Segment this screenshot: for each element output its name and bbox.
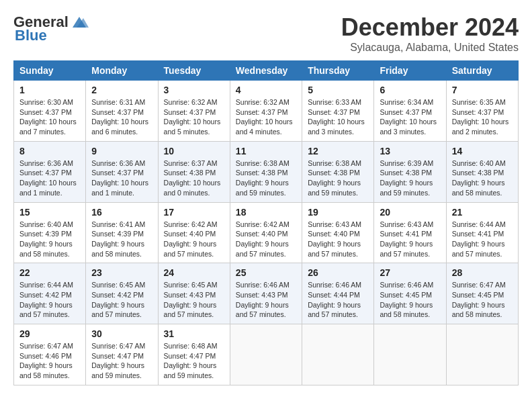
calendar-cell bbox=[230, 324, 302, 385]
day-number: 30 bbox=[91, 328, 152, 339]
day-number: 12 bbox=[308, 146, 368, 156]
day-detail: Sunrise: 6:44 AMSunset: 4:42 PMDaylight:… bbox=[19, 280, 80, 320]
calendar-cell: 26Sunrise: 6:46 AMSunset: 4:44 PMDayligh… bbox=[302, 263, 374, 324]
calendar-cell: 15Sunrise: 6:40 AMSunset: 4:39 PMDayligh… bbox=[14, 202, 86, 263]
day-number: 18 bbox=[236, 207, 296, 218]
calendar-cell: 19Sunrise: 6:43 AMSunset: 4:40 PMDayligh… bbox=[302, 202, 374, 263]
day-number: 6 bbox=[380, 85, 440, 95]
calendar-cell: 27Sunrise: 6:46 AMSunset: 4:45 PMDayligh… bbox=[374, 263, 446, 324]
day-number: 29 bbox=[19, 328, 80, 339]
day-detail: Sunrise: 6:43 AMSunset: 4:40 PMDaylight:… bbox=[308, 220, 368, 259]
calendar-cell bbox=[374, 324, 446, 385]
day-detail: Sunrise: 6:47 AMSunset: 4:45 PMDaylight:… bbox=[452, 280, 513, 320]
day-detail: Sunrise: 6:47 AMSunset: 4:46 PMDaylight:… bbox=[19, 341, 80, 381]
calendar-cell: 20Sunrise: 6:43 AMSunset: 4:41 PMDayligh… bbox=[374, 202, 446, 263]
day-detail: Sunrise: 6:45 AMSunset: 4:42 PMDaylight:… bbox=[91, 280, 152, 320]
day-detail: Sunrise: 6:42 AMSunset: 4:40 PMDaylight:… bbox=[164, 220, 224, 259]
day-detail: Sunrise: 6:37 AMSunset: 4:38 PMDaylight:… bbox=[164, 158, 224, 198]
page-header: General Blue December 2024 Sylacauga, Al… bbox=[13, 13, 519, 54]
weekday-header-tuesday: Tuesday bbox=[158, 61, 230, 81]
calendar-cell: 7Sunrise: 6:35 AMSunset: 4:37 PMDaylight… bbox=[446, 81, 518, 142]
calendar-cell: 30Sunrise: 6:47 AMSunset: 4:47 PMDayligh… bbox=[86, 324, 158, 385]
calendar-cell: 8Sunrise: 6:36 AMSunset: 4:37 PMDaylight… bbox=[14, 141, 86, 202]
month-title: December 2024 bbox=[341, 13, 519, 42]
day-detail: Sunrise: 6:46 AMSunset: 4:45 PMDaylight:… bbox=[380, 280, 440, 320]
day-number: 28 bbox=[452, 267, 513, 278]
calendar-cell: 11Sunrise: 6:38 AMSunset: 4:38 PMDayligh… bbox=[230, 141, 302, 202]
day-number: 24 bbox=[164, 267, 224, 278]
day-number: 11 bbox=[236, 146, 296, 156]
weekday-header-friday: Friday bbox=[374, 61, 446, 81]
calendar-week-row: 29Sunrise: 6:47 AMSunset: 4:46 PMDayligh… bbox=[14, 324, 519, 385]
calendar-cell: 23Sunrise: 6:45 AMSunset: 4:42 PMDayligh… bbox=[86, 263, 158, 324]
day-detail: Sunrise: 6:31 AMSunset: 4:37 PMDaylight:… bbox=[91, 97, 152, 137]
day-number: 26 bbox=[308, 267, 368, 278]
calendar-cell: 12Sunrise: 6:38 AMSunset: 4:38 PMDayligh… bbox=[302, 141, 374, 202]
day-detail: Sunrise: 6:46 AMSunset: 4:44 PMDaylight:… bbox=[308, 280, 368, 320]
day-number: 7 bbox=[452, 85, 513, 95]
calendar-cell: 22Sunrise: 6:44 AMSunset: 4:42 PMDayligh… bbox=[14, 263, 86, 324]
weekday-header-sunday: Sunday bbox=[14, 61, 86, 81]
calendar-cell: 6Sunrise: 6:34 AMSunset: 4:37 PMDaylight… bbox=[374, 81, 446, 142]
calendar-cell: 10Sunrise: 6:37 AMSunset: 4:38 PMDayligh… bbox=[158, 141, 230, 202]
day-detail: Sunrise: 6:36 AMSunset: 4:37 PMDaylight:… bbox=[19, 158, 80, 198]
weekday-header-saturday: Saturday bbox=[446, 61, 518, 81]
calendar-cell: 17Sunrise: 6:42 AMSunset: 4:40 PMDayligh… bbox=[158, 202, 230, 263]
calendar-cell: 9Sunrise: 6:36 AMSunset: 4:37 PMDaylight… bbox=[86, 141, 158, 202]
logo-blue: Blue bbox=[15, 27, 47, 44]
calendar-cell: 18Sunrise: 6:42 AMSunset: 4:40 PMDayligh… bbox=[230, 202, 302, 263]
day-number: 8 bbox=[19, 146, 80, 156]
day-detail: Sunrise: 6:41 AMSunset: 4:39 PMDaylight:… bbox=[91, 220, 152, 259]
day-number: 3 bbox=[164, 85, 224, 95]
calendar-cell: 31Sunrise: 6:48 AMSunset: 4:47 PMDayligh… bbox=[158, 324, 230, 385]
day-number: 31 bbox=[164, 328, 224, 339]
day-number: 4 bbox=[236, 85, 296, 95]
day-detail: Sunrise: 6:48 AMSunset: 4:47 PMDaylight:… bbox=[164, 341, 224, 381]
day-detail: Sunrise: 6:30 AMSunset: 4:37 PMDaylight:… bbox=[19, 97, 80, 137]
calendar-header-row: SundayMondayTuesdayWednesdayThursdayFrid… bbox=[14, 61, 519, 81]
calendar-cell: 13Sunrise: 6:39 AMSunset: 4:38 PMDayligh… bbox=[374, 141, 446, 202]
day-number: 9 bbox=[91, 146, 152, 156]
day-detail: Sunrise: 6:34 AMSunset: 4:37 PMDaylight:… bbox=[380, 97, 440, 137]
day-number: 23 bbox=[91, 267, 152, 278]
calendar-cell: 29Sunrise: 6:47 AMSunset: 4:46 PMDayligh… bbox=[14, 324, 86, 385]
day-detail: Sunrise: 6:44 AMSunset: 4:41 PMDaylight:… bbox=[452, 220, 513, 259]
day-number: 14 bbox=[452, 146, 513, 156]
day-detail: Sunrise: 6:43 AMSunset: 4:41 PMDaylight:… bbox=[380, 220, 440, 259]
day-detail: Sunrise: 6:40 AMSunset: 4:39 PMDaylight:… bbox=[19, 220, 80, 259]
calendar-cell bbox=[302, 324, 374, 385]
calendar-cell: 28Sunrise: 6:47 AMSunset: 4:45 PMDayligh… bbox=[446, 263, 518, 324]
day-number: 25 bbox=[236, 267, 296, 278]
calendar-cell: 16Sunrise: 6:41 AMSunset: 4:39 PMDayligh… bbox=[86, 202, 158, 263]
day-detail: Sunrise: 6:47 AMSunset: 4:47 PMDaylight:… bbox=[91, 341, 152, 381]
weekday-header-wednesday: Wednesday bbox=[230, 61, 302, 81]
calendar-cell: 3Sunrise: 6:32 AMSunset: 4:37 PMDaylight… bbox=[158, 81, 230, 142]
calendar-cell: 25Sunrise: 6:46 AMSunset: 4:43 PMDayligh… bbox=[230, 263, 302, 324]
calendar-week-row: 8Sunrise: 6:36 AMSunset: 4:37 PMDaylight… bbox=[14, 141, 519, 202]
day-number: 20 bbox=[380, 207, 440, 218]
day-detail: Sunrise: 6:46 AMSunset: 4:43 PMDaylight:… bbox=[236, 280, 296, 320]
day-detail: Sunrise: 6:45 AMSunset: 4:43 PMDaylight:… bbox=[164, 280, 224, 320]
calendar-cell: 5Sunrise: 6:33 AMSunset: 4:37 PMDaylight… bbox=[302, 81, 374, 142]
weekday-header-monday: Monday bbox=[86, 61, 158, 81]
day-number: 16 bbox=[91, 207, 152, 218]
calendar-cell bbox=[446, 324, 518, 385]
calendar-cell: 21Sunrise: 6:44 AMSunset: 4:41 PMDayligh… bbox=[446, 202, 518, 263]
calendar-cell: 14Sunrise: 6:40 AMSunset: 4:38 PMDayligh… bbox=[446, 141, 518, 202]
day-number: 19 bbox=[308, 207, 368, 218]
day-detail: Sunrise: 6:33 AMSunset: 4:37 PMDaylight:… bbox=[308, 97, 368, 137]
day-detail: Sunrise: 6:35 AMSunset: 4:37 PMDaylight:… bbox=[452, 97, 513, 137]
logo-icon bbox=[70, 15, 89, 29]
calendar-week-row: 1Sunrise: 6:30 AMSunset: 4:37 PMDaylight… bbox=[14, 81, 519, 142]
location: Sylacauga, Alabama, United States bbox=[341, 42, 519, 54]
calendar-table: SundayMondayTuesdayWednesdayThursdayFrid… bbox=[13, 60, 519, 385]
day-detail: Sunrise: 6:38 AMSunset: 4:38 PMDaylight:… bbox=[308, 158, 368, 198]
day-detail: Sunrise: 6:39 AMSunset: 4:38 PMDaylight:… bbox=[380, 158, 440, 198]
day-number: 22 bbox=[19, 267, 80, 278]
day-number: 17 bbox=[164, 207, 224, 218]
calendar-week-row: 15Sunrise: 6:40 AMSunset: 4:39 PMDayligh… bbox=[14, 202, 519, 263]
day-number: 2 bbox=[91, 85, 152, 95]
day-number: 21 bbox=[452, 207, 513, 218]
day-detail: Sunrise: 6:32 AMSunset: 4:37 PMDaylight:… bbox=[164, 97, 224, 137]
calendar-cell: 24Sunrise: 6:45 AMSunset: 4:43 PMDayligh… bbox=[158, 263, 230, 324]
